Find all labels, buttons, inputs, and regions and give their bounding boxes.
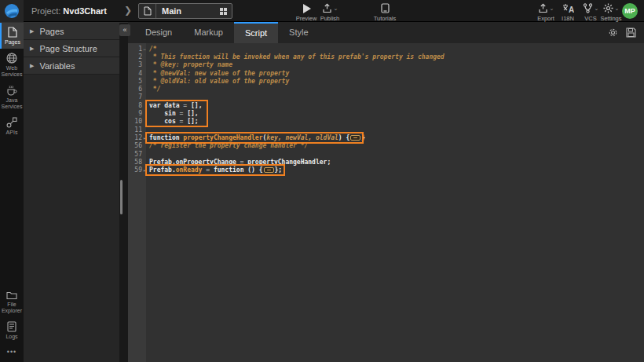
gutter-line-number: 1− <box>128 45 146 53</box>
code-line[interactable]: * This function will be invoked when any… <box>146 53 644 60</box>
user-avatar[interactable]: MP <box>622 3 638 19</box>
tab-style[interactable]: Style <box>278 22 319 43</box>
panel-section-label: Pages <box>39 27 64 36</box>
rail-label: Pages <box>5 39 20 46</box>
project-breadcrumb: Project: Nvd3Chart <box>31 6 107 16</box>
rail-item-java-services[interactable]: Java Services <box>0 81 24 113</box>
panel-scrollbar-thumb[interactable] <box>120 180 123 214</box>
svg-text:A: A <box>569 5 574 13</box>
code-line[interactable]: cos = []; <box>146 118 644 126</box>
gutter-line-number: 11 <box>128 126 146 133</box>
code-line[interactable]: */ <box>146 85 644 93</box>
chevron-down-icon: ⌄ <box>615 5 620 12</box>
rail-label: Java Services <box>0 97 24 110</box>
gutter-line-number: 5 <box>128 77 146 85</box>
left-panel: ▶ Pages ▶ Page Structure ▶ Variables <box>24 23 119 362</box>
code-line[interactable]: function propertyChangeHandler(key, newV… <box>146 133 644 141</box>
tutorials-label: Tutorials <box>368 15 402 22</box>
page-grid-icon[interactable] <box>220 8 227 15</box>
globe-icon <box>6 53 17 64</box>
coffee-cup-icon <box>6 85 17 96</box>
more-options-icon[interactable]: ••• <box>0 343 24 362</box>
panel-section-pages[interactable]: ▶ Pages <box>24 23 119 40</box>
gutter-line-number: 12▸ <box>128 133 146 141</box>
tab-script[interactable]: Script <box>234 22 278 43</box>
breadcrumb-chevron-icon: ❯ <box>124 5 132 16</box>
tutorials-book-icon <box>368 2 402 13</box>
editor-code[interactable]: /* * This function will be invoked when … <box>146 45 644 174</box>
wavemaker-logo-icon <box>4 3 20 19</box>
code-line[interactable]: sin = [], <box>146 109 644 117</box>
code-line[interactable]: Prefab.onReady = function () {}; <box>146 166 644 174</box>
settings-label: Settings <box>595 15 628 22</box>
code-line[interactable]: * @newVal: new value of the property <box>146 69 644 77</box>
chevron-right-icon: ▶ <box>30 63 34 69</box>
publish-label: Publish <box>312 15 348 22</box>
tutorials-button[interactable]: Tutorials <box>368 2 402 22</box>
project-label: Project: <box>31 6 60 16</box>
gutter-line-number: 7 <box>128 93 146 101</box>
gutter-line-number: 57 <box>128 150 146 158</box>
save-icon[interactable] <box>626 27 636 38</box>
gutter-line-number: 2 <box>128 53 146 60</box>
tab-design[interactable]: Design <box>134 22 183 43</box>
publish-button[interactable]: ⌄ Publish <box>312 2 348 22</box>
upload-icon: ⌄ <box>312 2 348 13</box>
log-file-icon <box>7 321 16 332</box>
tab-markup[interactable]: Markup <box>183 22 234 43</box>
panel-collapse-button[interactable]: « <box>119 24 130 36</box>
app-window: Project: Nvd3Chart ❯ Main Preview ⌄ Publ… <box>0 0 644 362</box>
page-doc-icon <box>139 4 156 18</box>
gutter-line-number: 6 <box>128 85 146 93</box>
folder-icon <box>6 291 17 300</box>
chevron-right-icon: ▶ <box>30 28 34 35</box>
rail-label: Web Services <box>0 65 24 78</box>
gutter-line-number: 10 <box>128 118 146 126</box>
folded-code-icon[interactable] <box>264 167 274 173</box>
script-settings-gear-icon[interactable] <box>608 27 618 38</box>
code-line[interactable] <box>146 126 644 133</box>
rail-item-logs[interactable]: Logs <box>0 317 24 343</box>
rail-item-apis[interactable]: APIs <box>0 113 24 139</box>
wavemaker-logo[interactable] <box>0 0 24 22</box>
gutter-line-number: 8 <box>128 101 146 109</box>
rail-label: Logs <box>5 334 17 340</box>
page-icon <box>8 27 17 38</box>
folded-code-icon[interactable] <box>350 135 360 141</box>
panel-section-label: Page Structure <box>39 44 97 53</box>
code-line[interactable]: * @oldVal: old value of the property <box>146 77 644 85</box>
code-line[interactable] <box>146 93 644 101</box>
panel-splitter[interactable] <box>119 23 128 362</box>
rail-label: APIs <box>6 130 18 136</box>
chevron-down-icon: ⌄ <box>334 5 338 12</box>
code-line[interactable] <box>146 150 644 158</box>
project-name: Nvd3Chart <box>63 6 107 16</box>
connector-icon <box>6 117 17 128</box>
chevron-right-icon: ▶ <box>30 46 34 52</box>
rail-spacer <box>0 139 24 287</box>
code-line[interactable]: * @key: property name <box>146 61 644 69</box>
gutter-line-number: 56 <box>128 142 146 150</box>
panel-section-variables[interactable]: ▶ Variables <box>24 57 119 75</box>
code-line[interactable]: Prefab.onPropertyChange = propertyChange… <box>146 158 644 166</box>
editor-gutter[interactable]: 1−23456789101112▸56575859▸ <box>128 43 146 362</box>
code-line[interactable]: /* <box>146 45 644 53</box>
gutter-line-number: 9 <box>128 109 146 117</box>
rail-item-web-services[interactable]: Web Services <box>0 49 24 81</box>
rail-item-file-explorer[interactable]: File Explorer <box>0 287 24 317</box>
rail-item-pages[interactable]: Pages <box>0 23 24 49</box>
gutter-line-number: 58 <box>128 158 146 166</box>
left-icon-rail: Pages Web Services Java Services APIs Fi… <box>0 23 24 362</box>
panel-section-label: Variables <box>39 61 75 71</box>
code-line[interactable]: /* register the property change handler … <box>146 142 644 150</box>
gutter-line-number: 4 <box>128 69 146 77</box>
page-selector-value: Main <box>156 6 220 16</box>
editor-tabbar: Design Markup Script Style <box>128 22 644 43</box>
code-line[interactable]: var data = [], <box>146 101 644 109</box>
topbar: Project: Nvd3Chart ❯ Main Preview ⌄ Publ… <box>0 0 644 22</box>
gutter-line-number: 3 <box>128 61 146 69</box>
page-selector[interactable]: Main <box>138 3 232 19</box>
script-code-editor[interactable]: 1−23456789101112▸56575859▸ /* * This fun… <box>128 43 644 362</box>
panel-section-page-structure[interactable]: ▶ Page Structure <box>24 40 119 57</box>
gutter-line-number: 59▸ <box>128 166 146 174</box>
